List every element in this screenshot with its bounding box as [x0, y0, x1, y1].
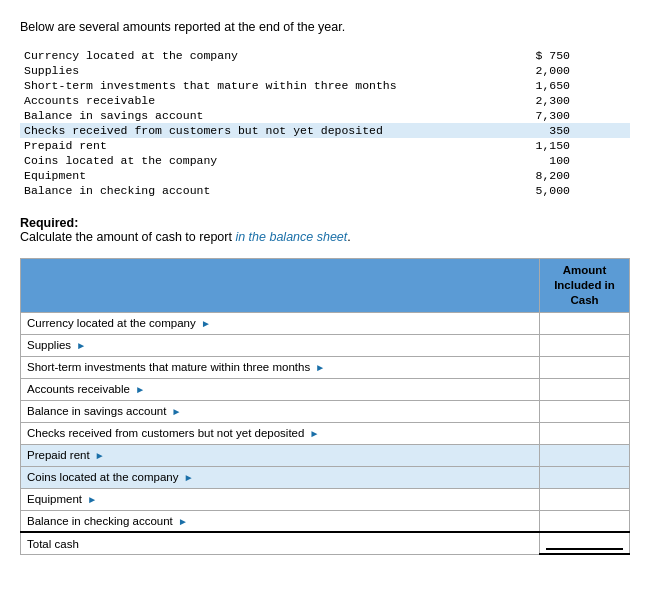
amounts-label: Supplies [20, 64, 79, 77]
amounts-label: Currency located at the company [20, 49, 238, 62]
table-label-cell: Checks received from customers but not y… [21, 422, 540, 444]
table-row: Short-term investments that mature withi… [21, 356, 630, 378]
amounts-value: 7,300 [535, 109, 630, 122]
amounts-row: Balance in savings account7,300 [20, 108, 630, 123]
amounts-value: 1,650 [535, 79, 630, 92]
cash-table-wrapper: AmountIncluded inCash Currency located a… [20, 258, 630, 555]
amounts-value: 5,000 [535, 184, 630, 197]
cash-amount-input[interactable] [546, 316, 623, 331]
amounts-value: 1,150 [535, 139, 630, 152]
table-input-cell[interactable] [540, 532, 630, 554]
amounts-value: 8,200 [535, 169, 630, 182]
cash-amount-input[interactable] [546, 470, 623, 485]
table-label-cell: Currency located at the company ► [21, 312, 540, 334]
arrow-icon: ► [178, 516, 188, 527]
arrow-icon: ► [184, 472, 194, 483]
amounts-label: Accounts receivable [20, 94, 155, 107]
table-label-cell: Balance in checking account ► [21, 510, 540, 532]
amounts-value: 100 [549, 154, 630, 167]
table-label-cell: Equipment ► [21, 488, 540, 510]
amounts-row: Coins located at the company 100 [20, 153, 630, 168]
amounts-label: Equipment [20, 169, 86, 182]
table-row: Equipment ► [21, 488, 630, 510]
table-row: Currency located at the company ► [21, 312, 630, 334]
amounts-label: Coins located at the company [20, 154, 217, 167]
table-label-cell: Balance in savings account ► [21, 400, 540, 422]
table-input-cell[interactable] [540, 466, 630, 488]
table-row: Checks received from customers but not y… [21, 422, 630, 444]
cash-table: AmountIncluded inCash Currency located a… [20, 258, 630, 555]
table-input-cell[interactable] [540, 334, 630, 356]
amounts-row: Short-term investments that mature withi… [20, 78, 630, 93]
table-input-cell[interactable] [540, 356, 630, 378]
arrow-icon: ► [315, 362, 325, 373]
table-row: Accounts receivable ► [21, 378, 630, 400]
table-row: Balance in checking account ► [21, 510, 630, 532]
arrow-icon: ► [135, 384, 145, 395]
cash-amount-input[interactable] [546, 404, 623, 419]
column-header-label [21, 259, 540, 313]
amounts-label: Short-term investments that mature withi… [20, 79, 397, 92]
table-row: Balance in savings account ► [21, 400, 630, 422]
intro-text: Below are several amounts reported at th… [20, 20, 630, 34]
table-input-cell[interactable] [540, 400, 630, 422]
cash-amount-input[interactable] [546, 448, 623, 463]
table-input-cell[interactable] [540, 422, 630, 444]
table-row: Prepaid rent ► [21, 444, 630, 466]
amounts-row: Prepaid rent1,150 [20, 138, 630, 153]
amounts-label: Prepaid rent [20, 139, 107, 152]
cash-amount-input[interactable] [546, 360, 623, 375]
arrow-icon: ► [310, 428, 320, 439]
table-input-cell[interactable] [540, 510, 630, 532]
amounts-row: Checks received from customers but not y… [20, 123, 630, 138]
table-input-cell[interactable] [540, 444, 630, 466]
cash-amount-input[interactable] [546, 492, 623, 507]
cash-amount-input[interactable] [546, 426, 623, 441]
table-row: Supplies ► [21, 334, 630, 356]
table-label-cell: Prepaid rent ► [21, 444, 540, 466]
amounts-row: Supplies2,000 [20, 63, 630, 78]
amounts-value: 2,000 [535, 64, 630, 77]
amounts-value: 2,300 [535, 94, 630, 107]
amounts-row: Equipment8,200 [20, 168, 630, 183]
amounts-value: 350 [549, 124, 630, 137]
required-desc-before: Calculate the amount of cash to report [20, 230, 235, 244]
table-label-cell: Supplies ► [21, 334, 540, 356]
amounts-label: Balance in checking account [20, 184, 210, 197]
column-header-amount: AmountIncluded inCash [540, 259, 630, 313]
table-input-cell[interactable] [540, 488, 630, 510]
required-section: Required: Calculate the amount of cash t… [20, 216, 630, 244]
required-desc-after: . [347, 230, 350, 244]
required-desc-highlight: in the balance sheet [235, 230, 347, 244]
table-label-cell: Accounts receivable ► [21, 378, 540, 400]
table-label-cell: Coins located at the company ► [21, 466, 540, 488]
amounts-row: Currency located at the company$ 750 [20, 48, 630, 63]
amounts-label: Balance in savings account [20, 109, 203, 122]
arrow-icon: ► [172, 406, 182, 417]
amounts-value: $ 750 [535, 49, 630, 62]
amounts-row: Accounts receivable2,300 [20, 93, 630, 108]
total-cash-input[interactable] [546, 536, 623, 550]
cash-amount-input[interactable] [546, 338, 623, 353]
arrow-icon: ► [201, 318, 211, 329]
table-row: Coins located at the company ► [21, 466, 630, 488]
cash-amount-input[interactable] [546, 382, 623, 397]
table-input-cell[interactable] [540, 312, 630, 334]
amounts-row: Balance in checking account5,000 [20, 183, 630, 198]
table-label-cell: Total cash [21, 532, 540, 554]
table-row: Total cash [21, 532, 630, 554]
arrow-icon: ► [76, 340, 86, 351]
table-input-cell[interactable] [540, 378, 630, 400]
arrow-icon: ► [87, 494, 97, 505]
cash-amount-input[interactable] [546, 514, 623, 529]
required-label: Required: [20, 216, 78, 230]
arrow-icon: ► [95, 450, 105, 461]
amounts-list: Currency located at the company$ 750Supp… [20, 48, 630, 198]
amounts-label: Checks received from customers but not y… [20, 124, 383, 137]
table-label-cell: Short-term investments that mature withi… [21, 356, 540, 378]
